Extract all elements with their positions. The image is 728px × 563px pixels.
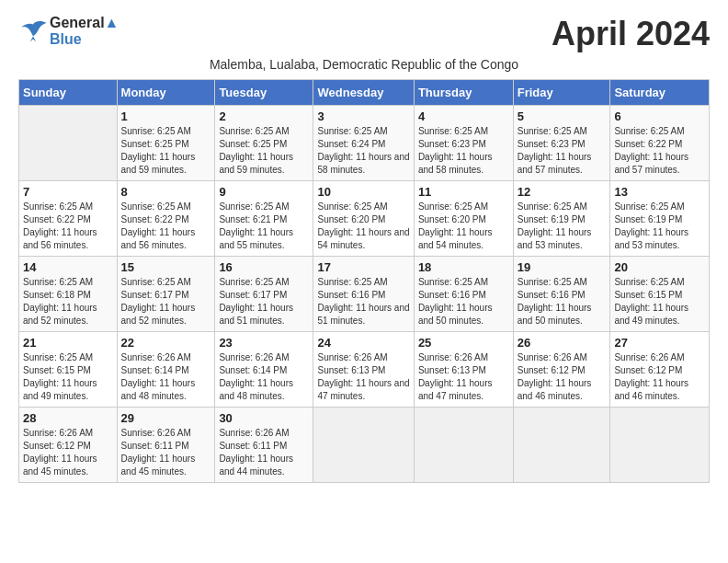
day-info: Sunrise: 6:25 AMSunset: 6:24 PMDaylight:… — [317, 125, 409, 177]
day-info: Sunrise: 6:26 AMSunset: 6:12 PMDaylight:… — [614, 351, 705, 403]
day-number: 20 — [614, 260, 705, 274]
day-number: 9 — [219, 185, 309, 199]
day-number: 30 — [219, 411, 309, 425]
day-number: 27 — [614, 336, 705, 350]
day-number: 28 — [23, 411, 113, 425]
calendar-cell: 28Sunrise: 6:26 AMSunset: 6:12 PMDayligh… — [19, 408, 118, 483]
column-header-monday: Monday — [117, 80, 215, 106]
calendar-cell: 9Sunrise: 6:25 AMSunset: 6:21 PMDaylight… — [215, 181, 313, 257]
day-info: Sunrise: 6:26 AMSunset: 6:14 PMDaylight:… — [121, 351, 211, 403]
calendar-cell — [414, 408, 513, 483]
day-number: 14 — [23, 260, 113, 274]
day-number: 1 — [121, 109, 211, 123]
calendar-cell: 13Sunrise: 6:25 AMSunset: 6:19 PMDayligh… — [610, 181, 710, 257]
day-info: Sunrise: 6:25 AMSunset: 6:16 PMDaylight:… — [418, 276, 509, 327]
day-info: Sunrise: 6:25 AMSunset: 6:22 PMDaylight:… — [614, 125, 705, 177]
day-number: 24 — [317, 336, 409, 350]
day-number: 13 — [614, 185, 705, 199]
calendar-cell: 26Sunrise: 6:26 AMSunset: 6:12 PMDayligh… — [513, 332, 610, 408]
day-number: 10 — [317, 185, 409, 199]
day-info: Sunrise: 6:25 AMSunset: 6:15 PMDaylight:… — [23, 351, 113, 403]
day-number: 23 — [219, 336, 309, 350]
day-number: 15 — [121, 260, 211, 274]
column-header-tuesday: Tuesday — [215, 80, 313, 106]
day-number: 25 — [418, 336, 509, 350]
calendar-cell: 4Sunrise: 6:25 AMSunset: 6:23 PMDaylight… — [414, 106, 513, 181]
day-info: Sunrise: 6:25 AMSunset: 6:20 PMDaylight:… — [317, 201, 409, 252]
day-info: Sunrise: 6:25 AMSunset: 6:19 PMDaylight:… — [518, 201, 607, 252]
calendar-cell: 12Sunrise: 6:25 AMSunset: 6:19 PMDayligh… — [513, 181, 610, 257]
calendar-cell: 10Sunrise: 6:25 AMSunset: 6:20 PMDayligh… — [313, 181, 414, 257]
day-number: 4 — [418, 109, 509, 123]
day-number: 18 — [418, 260, 509, 274]
day-info: Sunrise: 6:25 AMSunset: 6:15 PMDaylight:… — [614, 276, 705, 327]
day-info: Sunrise: 6:25 AMSunset: 6:25 PMDaylight:… — [219, 125, 309, 177]
day-info: Sunrise: 6:25 AMSunset: 6:20 PMDaylight:… — [418, 201, 509, 252]
calendar-cell: 23Sunrise: 6:26 AMSunset: 6:14 PMDayligh… — [215, 332, 313, 408]
day-number: 12 — [518, 185, 607, 199]
day-info: Sunrise: 6:25 AMSunset: 6:17 PMDaylight:… — [121, 276, 211, 327]
column-header-thursday: Thursday — [414, 80, 513, 106]
day-number: 2 — [219, 109, 309, 123]
page-subtitle: Malemba, Lualaba, Democratic Republic of… — [18, 57, 710, 72]
calendar-cell: 25Sunrise: 6:26 AMSunset: 6:13 PMDayligh… — [414, 332, 513, 408]
day-info: Sunrise: 6:25 AMSunset: 6:25 PMDaylight:… — [121, 125, 211, 177]
day-info: Sunrise: 6:25 AMSunset: 6:23 PMDaylight:… — [518, 125, 607, 177]
calendar-cell: 22Sunrise: 6:26 AMSunset: 6:14 PMDayligh… — [117, 332, 215, 408]
calendar-cell: 1Sunrise: 6:25 AMSunset: 6:25 PMDaylight… — [117, 106, 215, 181]
day-number: 16 — [219, 260, 309, 274]
day-number: 19 — [518, 260, 607, 274]
calendar-cell: 14Sunrise: 6:25 AMSunset: 6:18 PMDayligh… — [19, 257, 118, 332]
calendar-cell: 20Sunrise: 6:25 AMSunset: 6:15 PMDayligh… — [610, 257, 710, 332]
day-number: 8 — [121, 185, 211, 199]
day-info: Sunrise: 6:25 AMSunset: 6:23 PMDaylight:… — [418, 125, 509, 177]
day-info: Sunrise: 6:26 AMSunset: 6:12 PMDaylight:… — [518, 351, 607, 403]
day-number: 3 — [317, 109, 409, 123]
day-number: 21 — [23, 336, 113, 350]
day-info: Sunrise: 6:25 AMSunset: 6:16 PMDaylight:… — [317, 276, 409, 327]
calendar-cell: 24Sunrise: 6:26 AMSunset: 6:13 PMDayligh… — [313, 332, 414, 408]
day-info: Sunrise: 6:26 AMSunset: 6:11 PMDaylight:… — [219, 427, 309, 478]
day-info: Sunrise: 6:25 AMSunset: 6:22 PMDaylight:… — [121, 201, 211, 252]
calendar-cell: 3Sunrise: 6:25 AMSunset: 6:24 PMDaylight… — [313, 106, 414, 181]
calendar-cell — [610, 408, 710, 483]
calendar-cell: 19Sunrise: 6:25 AMSunset: 6:16 PMDayligh… — [513, 257, 610, 332]
day-info: Sunrise: 6:26 AMSunset: 6:13 PMDaylight:… — [317, 351, 409, 403]
day-info: Sunrise: 6:26 AMSunset: 6:11 PMDaylight:… — [121, 427, 211, 478]
calendar-cell: 11Sunrise: 6:25 AMSunset: 6:20 PMDayligh… — [414, 181, 513, 257]
calendar-cell: 30Sunrise: 6:26 AMSunset: 6:11 PMDayligh… — [215, 408, 313, 483]
calendar-table: SundayMondayTuesdayWednesdayThursdayFrid… — [18, 79, 710, 483]
day-number: 5 — [518, 109, 607, 123]
column-header-friday: Friday — [513, 80, 610, 106]
day-info: Sunrise: 6:25 AMSunset: 6:18 PMDaylight:… — [23, 276, 113, 327]
calendar-cell — [513, 408, 610, 483]
month-title: April 2024 — [552, 15, 710, 53]
logo-bird-icon — [18, 18, 48, 44]
calendar-cell: 15Sunrise: 6:25 AMSunset: 6:17 PMDayligh… — [117, 257, 215, 332]
calendar-cell: 27Sunrise: 6:26 AMSunset: 6:12 PMDayligh… — [610, 332, 710, 408]
calendar-cell: 16Sunrise: 6:25 AMSunset: 6:17 PMDayligh… — [215, 257, 313, 332]
calendar-cell: 5Sunrise: 6:25 AMSunset: 6:23 PMDaylight… — [513, 106, 610, 181]
day-info: Sunrise: 6:26 AMSunset: 6:13 PMDaylight:… — [418, 351, 509, 403]
calendar-cell — [313, 408, 414, 483]
day-number: 6 — [614, 109, 705, 123]
calendar-cell: 17Sunrise: 6:25 AMSunset: 6:16 PMDayligh… — [313, 257, 414, 332]
calendar-cell: 18Sunrise: 6:25 AMSunset: 6:16 PMDayligh… — [414, 257, 513, 332]
day-number: 29 — [121, 411, 211, 425]
calendar-cell: 6Sunrise: 6:25 AMSunset: 6:22 PMDaylight… — [610, 106, 710, 181]
calendar-cell: 21Sunrise: 6:25 AMSunset: 6:15 PMDayligh… — [19, 332, 118, 408]
calendar-cell: 7Sunrise: 6:25 AMSunset: 6:22 PMDaylight… — [19, 181, 118, 257]
day-info: Sunrise: 6:26 AMSunset: 6:14 PMDaylight:… — [219, 351, 309, 403]
calendar-cell: 8Sunrise: 6:25 AMSunset: 6:22 PMDaylight… — [117, 181, 215, 257]
calendar-cell: 2Sunrise: 6:25 AMSunset: 6:25 PMDaylight… — [215, 106, 313, 181]
day-info: Sunrise: 6:25 AMSunset: 6:16 PMDaylight:… — [518, 276, 607, 327]
column-header-wednesday: Wednesday — [313, 80, 414, 106]
column-header-saturday: Saturday — [610, 80, 710, 106]
day-info: Sunrise: 6:26 AMSunset: 6:12 PMDaylight:… — [23, 427, 113, 478]
page-header: General▲ Blue April 2024 — [18, 15, 710, 53]
day-number: 26 — [518, 336, 607, 350]
logo: General▲ Blue — [18, 15, 119, 49]
day-number: 11 — [418, 185, 509, 199]
day-number: 22 — [121, 336, 211, 350]
day-info: Sunrise: 6:25 AMSunset: 6:19 PMDaylight:… — [614, 201, 705, 252]
